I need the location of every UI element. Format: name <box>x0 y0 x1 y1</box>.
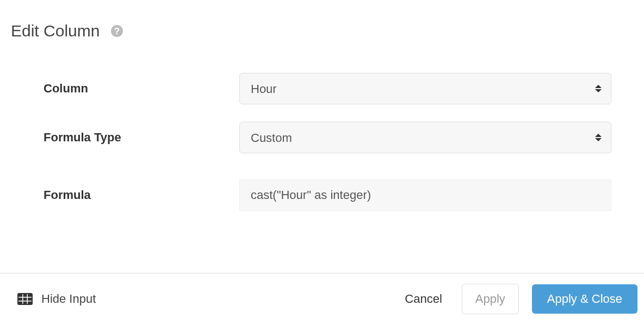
form-content: Column Hour Formula Type Custom <box>0 51 644 250</box>
svg-rect-3 <box>18 297 32 298</box>
table-icon <box>17 293 33 305</box>
help-icon[interactable]: ? <box>110 24 123 38</box>
cancel-button[interactable]: Cancel <box>392 284 448 314</box>
formula-label: Formula <box>44 188 239 202</box>
formula-row: Formula <box>44 179 611 211</box>
page-title: Edit Column <box>11 22 100 40</box>
apply-close-button[interactable]: Apply & Close <box>532 284 637 314</box>
hide-input-toggle[interactable]: Hide Input <box>17 292 96 306</box>
svg-rect-6 <box>27 294 28 304</box>
column-row: Column Hour <box>44 73 611 104</box>
formula-type-row: Formula Type Custom <box>44 122 611 153</box>
column-select[interactable]: Hour <box>239 73 611 104</box>
formula-type-select[interactable]: Custom <box>239 122 611 153</box>
column-label: Column <box>44 82 239 96</box>
header: Edit Column ? <box>0 0 644 51</box>
svg-text:?: ? <box>114 26 120 36</box>
svg-rect-2 <box>17 293 33 305</box>
svg-rect-4 <box>18 301 32 302</box>
svg-rect-5 <box>22 294 23 304</box>
hide-input-label: Hide Input <box>41 292 96 306</box>
formula-type-label: Formula Type <box>44 130 239 145</box>
formula-type-select-wrapper: Custom <box>239 122 611 153</box>
footer-actions: Cancel Apply Apply & Close <box>392 284 637 314</box>
footer: Hide Input Cancel Apply Apply & Close <box>0 273 644 324</box>
apply-button[interactable]: Apply <box>462 284 519 314</box>
formula-input[interactable] <box>239 179 611 211</box>
column-select-wrapper: Hour <box>239 73 611 104</box>
